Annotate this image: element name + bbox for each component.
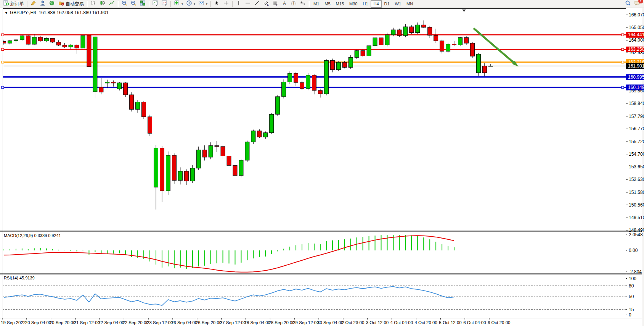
price-axis-tick: 152.630 — [629, 177, 644, 182]
chevron-down-icon[interactable]: ▼ — [5, 11, 8, 15]
line-anchor-handle[interactable] — [2, 61, 4, 63]
candle-body — [202, 150, 207, 157]
tile-windows-button[interactable] — [138, 0, 147, 8]
time-axis-label: 27 Sep 12:00 — [220, 320, 246, 325]
timeframe-d1[interactable]: D1 — [382, 0, 392, 8]
time-axis-label: 20 Sep 20:00 — [50, 320, 75, 325]
signal-button[interactable] — [47, 0, 56, 8]
text-button[interactable]: A — [280, 0, 289, 8]
candle-body — [348, 57, 353, 67]
timeframe-m1[interactable]: M1 — [311, 0, 322, 8]
horizontal-line-button[interactable] — [243, 0, 252, 8]
candle-body — [282, 82, 286, 96]
candle-body — [373, 38, 377, 46]
new-order-button[interactable]: 新订单 — [2, 0, 26, 8]
profiles-button[interactable] — [38, 0, 47, 8]
search-button[interactable] — [623, 0, 633, 8]
candle-body — [87, 35, 91, 67]
candle-body — [446, 44, 450, 52]
candle-body — [379, 38, 383, 45]
mt4-window: 新订单 自动交易 ▾▾▾ EFAT M1M5M15M30H1H4D1W1MN 1 — [0, 0, 644, 326]
candle-body — [233, 165, 237, 176]
indicator-list-button[interactable] — [160, 0, 169, 8]
time-axis-label: 22 Sep 20:00 — [122, 320, 148, 325]
cursor-button[interactable] — [212, 0, 222, 8]
candle-body — [130, 95, 134, 109]
candle-body — [14, 40, 18, 41]
candle-body — [75, 45, 79, 48]
candle-body — [464, 37, 468, 43]
styler-icon — [31, 0, 37, 8]
candle-body — [117, 83, 122, 89]
auto-trading-button[interactable]: 自动交易 — [57, 0, 85, 8]
time-axis-label: 6 Oct 04:00 — [463, 320, 486, 325]
zoom-out-button[interactable] — [129, 0, 138, 8]
fibonacci-button[interactable]: F — [271, 0, 280, 8]
price-axis-tick: 157.790 — [629, 114, 644, 119]
crosshair-button[interactable] — [222, 0, 231, 8]
candle-body — [63, 45, 67, 47]
candle-body — [124, 83, 128, 95]
indicator-list-icon — [161, 0, 167, 8]
time-axis-label: 26 Sep 20:00 — [196, 320, 222, 325]
price-axis-tick: 149.510 — [629, 215, 644, 220]
arrows-button[interactable] — [298, 0, 307, 8]
notifications-button[interactable]: 1 — [633, 0, 642, 8]
candle-body — [20, 36, 24, 40]
trendline-button[interactable] — [252, 0, 262, 8]
vertical-line-button[interactable] — [234, 0, 243, 8]
line-anchor-handle[interactable] — [622, 61, 624, 63]
bar-chart-button[interactable] — [89, 0, 98, 8]
line-anchor-handle[interactable] — [622, 48, 624, 50]
timeframe-w1[interactable]: W1 — [392, 0, 404, 8]
line-anchor-handle[interactable] — [2, 86, 4, 89]
candle-body — [342, 62, 347, 67]
chart-canvas[interactable]: 166.070165.050164.000162.980159.860158.8… — [0, 8, 644, 326]
svg-text:E: E — [267, 3, 269, 6]
time-axis-label: 3 Oct 12:00 — [366, 320, 389, 325]
candle-body — [416, 25, 420, 32]
line-anchor-handle[interactable] — [2, 34, 4, 36]
price-axis-tick: 150.560 — [629, 202, 644, 208]
timeframe-m5[interactable]: M5 — [322, 0, 333, 8]
timeframe-m30[interactable]: M30 — [347, 0, 360, 8]
styler-button[interactable] — [29, 0, 38, 8]
timeframe-h1[interactable]: H1 — [360, 0, 371, 8]
indicators-window-button[interactable] — [151, 0, 160, 8]
time-axis-label: 23 Sep 12:00 — [147, 320, 173, 325]
search-icon — [625, 0, 631, 8]
candle-body — [294, 73, 298, 82]
timeframe-m15[interactable]: M15 — [333, 0, 347, 8]
equidistant-channel-button[interactable]: E — [262, 0, 271, 8]
price-badge-label: 160.149 — [628, 85, 644, 90]
candle-body — [312, 75, 316, 90]
add-indicator-icon — [174, 0, 180, 8]
candle-body — [32, 37, 36, 44]
candle-body — [410, 27, 414, 32]
timeframe-h4[interactable]: H4 — [371, 0, 381, 8]
timeframe-mn[interactable]: MN — [404, 0, 416, 8]
macd-axis-tick: 2.0548 — [629, 232, 643, 237]
candle-body — [38, 37, 42, 41]
svg-text:A: A — [283, 1, 286, 6]
chart-symbol-period: GBPJPY-,H4 — [10, 10, 36, 15]
candle-body — [403, 27, 408, 36]
zoom-in-button[interactable] — [120, 0, 129, 8]
candle-body — [44, 39, 48, 41]
candle-body — [452, 44, 456, 45]
candle-body — [355, 51, 359, 58]
candle-body — [196, 150, 201, 168]
line-anchor-handle[interactable] — [2, 48, 4, 50]
text-label-button[interactable]: T — [289, 0, 298, 8]
timeframe-clock-button[interactable]: ▾ — [185, 0, 197, 8]
price-badge-label: 164.441 — [628, 32, 644, 37]
time-axis-label: 30 Sep 04:00 — [317, 320, 343, 325]
time-axis-label: 4 Oct 04:00 — [390, 320, 413, 325]
line-anchor-handle[interactable] — [622, 34, 624, 36]
chart-window[interactable]: ▼GBPJPY-,H4 161.888 162.058 161.880 161.… — [0, 8, 644, 326]
add-indicator-button[interactable]: ▾ — [172, 0, 185, 8]
line-chart-button[interactable] — [107, 0, 116, 8]
template-button[interactable]: ▾ — [197, 0, 209, 8]
line-anchor-handle[interactable] — [622, 86, 624, 89]
candlestick-chart-button[interactable] — [98, 0, 107, 8]
